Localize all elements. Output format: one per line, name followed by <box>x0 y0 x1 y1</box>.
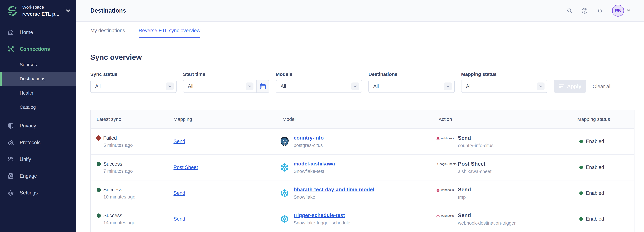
filter-bar: Sync status All Start time All Models <box>90 71 634 93</box>
sidebar-item-unify[interactable]: Unify <box>0 151 76 168</box>
column-header-mapping: Mapping <box>172 116 280 122</box>
header-actions: RN <box>567 5 630 16</box>
sidebar-item-protocols[interactable]: Protocols <box>0 134 76 151</box>
brand-label: webhooks <box>441 214 454 218</box>
failed-status-icon <box>96 135 102 141</box>
user-menu[interactable]: RN <box>612 5 630 16</box>
sidebar-item-sources[interactable]: Sources <box>0 57 76 72</box>
snowflake-icon <box>280 188 290 198</box>
tab-reverse-etl-sync-overview[interactable]: Reverse ETL sync overview <box>138 21 200 40</box>
sidebar-item-privacy[interactable]: Privacy <box>0 117 76 134</box>
model-cell: country-info postgres-citus <box>280 135 436 148</box>
apply-button[interactable]: Apply <box>554 80 586 93</box>
action-destination: tmp <box>458 195 471 200</box>
sidebar-item-settings[interactable]: Settings <box>0 185 76 201</box>
mapping-cell: Send <box>172 139 280 144</box>
sync-status-label: Success <box>103 161 122 167</box>
clear-all-link[interactable]: Clear all <box>592 80 612 93</box>
action-title: Send <box>458 187 471 193</box>
mapping-status-select[interactable]: All <box>461 80 548 93</box>
models-select[interactable]: All <box>276 80 362 93</box>
mapping-status-cell: Enabled <box>577 139 634 144</box>
calendar-icon[interactable] <box>256 80 269 92</box>
chevron-down-icon <box>246 82 254 90</box>
sidebar-item-health[interactable]: Health <box>0 86 76 100</box>
model-source: Snowflake-test <box>294 169 335 174</box>
sync-overview-table: Latest sync Mapping Model Action Mapping… <box>90 110 634 232</box>
action-destination: country-info-citus <box>458 143 494 148</box>
mapping-status-label: Enabled <box>586 216 604 222</box>
mapping-cell: Send <box>172 216 280 222</box>
top-header: Destinations RN <box>76 0 644 21</box>
select-value: All <box>90 83 100 89</box>
sidebar-item-home[interactable]: Home <box>0 24 76 41</box>
sidebar-item-label: Destinations <box>20 76 46 81</box>
sync-time: 10 minutes ago <box>103 194 172 200</box>
select-value: All <box>183 83 193 89</box>
workspace-switcher[interactable]: Workspace reverse ETL p... <box>0 0 76 17</box>
success-status-icon <box>96 188 101 192</box>
page-title: Destinations <box>90 7 126 14</box>
destinations-select[interactable]: All <box>368 80 455 93</box>
snowflake-icon <box>280 163 290 172</box>
mapping-status-label: Enabled <box>586 165 604 170</box>
postgres-icon <box>280 137 290 146</box>
column-header-latest-sync: Latest sync <box>90 116 172 122</box>
brand-label: webhooks <box>441 137 454 140</box>
bell-icon[interactable] <box>597 8 603 13</box>
enabled-dot-icon <box>579 191 583 195</box>
google-sheets-icon: Google Sheets <box>436 161 454 167</box>
engage-icon <box>8 173 14 179</box>
mapping-link[interactable]: Send <box>174 190 185 196</box>
filter-sync-status: Sync status All <box>90 71 176 93</box>
sidebar-item-engage[interactable]: Engage <box>0 168 76 185</box>
sidebar-item-label: Home <box>20 29 33 35</box>
mapping-link[interactable]: Send <box>174 216 185 222</box>
mapping-status-cell: Enabled <box>577 165 634 170</box>
table-row: Success 7 minutes ago Post Sheet model-a… <box>90 154 634 180</box>
mapping-link[interactable]: Post Sheet <box>174 165 198 170</box>
column-header-mapping-status: Mapping status <box>577 116 634 122</box>
sidebar-item-destinations[interactable]: Destinations <box>0 72 76 86</box>
start-time-select[interactable]: All <box>183 80 269 93</box>
filter-label: Start time <box>183 71 269 77</box>
filter-label: Destinations <box>368 71 455 77</box>
webhooks-icon: webhooks <box>436 213 454 219</box>
filter-start-time: Start time All <box>183 71 269 93</box>
mapping-link[interactable]: Send <box>174 139 185 144</box>
chevron-down-icon <box>166 82 174 90</box>
chevron-down-icon <box>537 82 544 90</box>
sync-status-select[interactable]: All <box>90 80 176 93</box>
filter-icon <box>559 84 564 89</box>
apply-label: Apply <box>567 83 582 89</box>
tab-my-destinations[interactable]: My destinations <box>90 21 125 40</box>
sidebar-item-connections[interactable]: Connections <box>0 41 76 57</box>
sync-time: 7 minutes ago <box>103 169 172 174</box>
action-destination: aishikawa-sheet <box>458 169 492 174</box>
mapping-cell: Send <box>172 190 280 196</box>
enabled-dot-icon <box>579 217 583 221</box>
model-cell: trigger-schedule-test Snowflake-trigger-… <box>280 212 436 226</box>
latest-sync-cell: Failed 5 minutes ago <box>90 135 172 148</box>
filter-label: Mapping status <box>461 71 548 77</box>
column-header-action: Action <box>436 116 577 122</box>
model-link[interactable]: country-info <box>294 135 324 141</box>
sync-status-label: Failed <box>103 135 117 141</box>
model-link[interactable]: bharath-test-day-and-time-model <box>294 187 374 193</box>
model-link[interactable]: trigger-schedule-test <box>294 212 350 218</box>
sidebar-item-catalog[interactable]: Catalog <box>0 100 76 114</box>
action-destination: webhook-destination-trigger <box>458 221 516 226</box>
workspace-name: reverse ETL p... <box>22 11 59 17</box>
table-row: Failed 5 minutes ago Send country-info p… <box>90 129 634 154</box>
tab-bar: My destinations Reverse ETL sync overvie… <box>76 21 644 40</box>
chevron-down-icon <box>351 82 359 90</box>
search-icon[interactable] <box>567 8 572 13</box>
section-heading: Sync overview <box>90 53 634 61</box>
action-cell: Google Sheets Post Sheet aishikawa-sheet <box>436 161 577 174</box>
model-link[interactable]: model-aishikawa <box>294 161 335 167</box>
avatar[interactable]: RN <box>612 5 624 16</box>
mapping-status-label: Enabled <box>586 190 604 196</box>
model-cell: model-aishikawa Snowflake-test <box>280 161 436 174</box>
filter-models: Models All <box>276 71 362 93</box>
help-icon[interactable] <box>582 7 588 14</box>
